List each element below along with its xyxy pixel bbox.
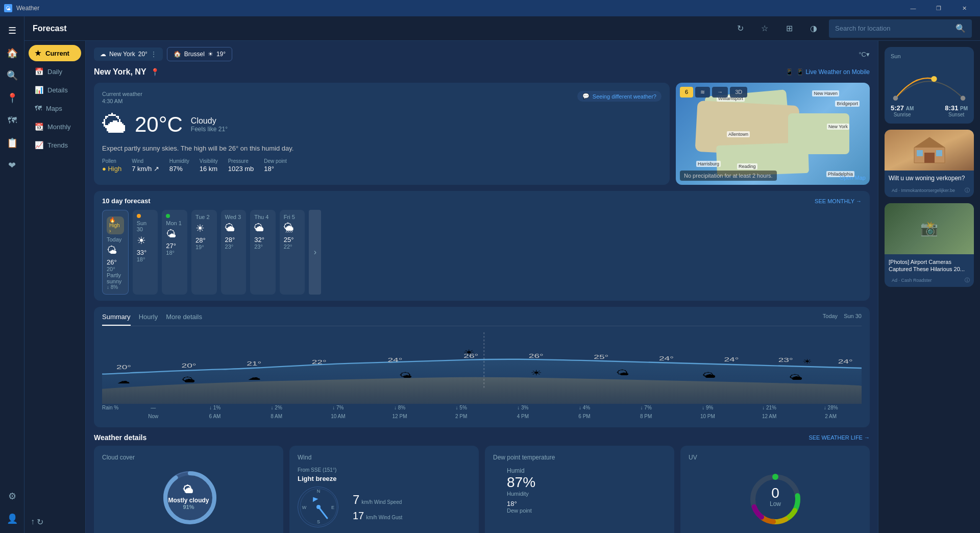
star-button[interactable]: ☆ — [755, 19, 774, 38]
current-summary: Expect partly sunny skies. The high will… — [102, 144, 662, 152]
theme-button[interactable]: ◑ — [804, 19, 823, 38]
sidebar-menu[interactable]: ☰ — [2, 20, 22, 41]
close-button[interactable]: ✕ — [952, 0, 976, 16]
map-ctrl-3d[interactable]: 3D — [730, 87, 747, 98]
time-6am: 6 AM — [184, 414, 246, 419]
tab-summary[interactable]: Summary — [102, 313, 131, 326]
sidebar-home[interactable]: 🏠 — [2, 43, 22, 63]
brussel-name: Brussel — [184, 51, 205, 58]
sun30-label: Sun 30 — [137, 220, 154, 232]
sun30-dot — [137, 214, 141, 218]
svg-rect-43 — [936, 150, 942, 156]
current-label: Current weather — [102, 91, 142, 97]
sidebar-news[interactable]: 📋 — [2, 133, 22, 153]
forecast-day-sun30[interactable]: Sun 30 ☀ 33° 18° — [133, 210, 158, 295]
forecast-day-today[interactable]: 🔥 High › Today 🌤 26° 20° Partly sunny ↓ … — [102, 210, 129, 295]
stat-humidity: Humidity 87% — [169, 158, 189, 173]
temp-unit-toggle[interactable]: °C▾ — [859, 51, 870, 58]
sidebar-location[interactable]: 📍 — [2, 88, 22, 108]
nav-maps[interactable]: 🗺 Maps — [29, 100, 81, 116]
sidebar-settings[interactable]: ⚙ — [2, 486, 22, 506]
mon1-icon: 🌤 — [166, 228, 183, 240]
humidity-big: 87% — [507, 474, 535, 491]
forecast-day-fri5[interactable]: Fri 5 🌦 25° 22° — [280, 210, 305, 295]
fri5-label: Fri 5 — [284, 214, 301, 220]
search-input[interactable] — [835, 25, 951, 32]
forecast-day-thu4[interactable]: Thu 4 🌥 32° 23° — [250, 210, 276, 295]
temperature-chart: ☀ ☀ ☁ 🌥 ☁ 🌤 ☀ 🌤 🌥 🌥 — [102, 332, 862, 404]
see-monthly-button[interactable]: SEE MONTHLY → — [815, 198, 862, 204]
svg-text:24°: 24° — [659, 355, 674, 361]
house-ad-close-icon[interactable]: ⓘ — [965, 187, 970, 194]
see-weather-life-button[interactable]: SEE WEATHER LIFE → — [808, 434, 870, 441]
wind-speed-unit: km/h Wind Speed — [361, 499, 402, 505]
sidebar-map[interactable]: 🗺 — [2, 110, 22, 131]
monthly-icon: 📆 — [35, 123, 43, 131]
sidebar-favorites[interactable]: ❤ — [2, 155, 22, 176]
newyork-more-icon[interactable]: ⋮ — [151, 51, 157, 58]
location-tab-newyork[interactable]: ☁ New York 20° ⋮ — [94, 47, 163, 61]
map-background[interactable]: Williamsport New Haven Bridgeport New Yo… — [676, 83, 870, 185]
dew-point-card-title: Dew point temperature — [493, 454, 666, 461]
forecast-scroll-right[interactable]: › — [309, 210, 321, 295]
time-6pm: 6 PM — [554, 414, 616, 419]
time-4pm: 4 PM — [492, 414, 554, 419]
map-open-button[interactable]: Open Map — [840, 175, 866, 181]
house-ad-image — [885, 130, 974, 171]
mon1-label: Mon 1 — [166, 220, 183, 226]
map-widget: 6 ≋ → 3D Williamsport New Hav — [676, 83, 870, 185]
nav-monthly-label: Monthly — [47, 123, 71, 131]
search-icon: 🔍 — [955, 23, 966, 33]
svg-text:24°: 24° — [387, 357, 402, 364]
sun-card-title: Sun — [891, 53, 968, 59]
sidebar-search[interactable]: 🔍 — [2, 65, 22, 86]
house-ad-text: Wilt u uw woning verkopen? — [885, 171, 974, 187]
location-tab-brussel[interactable]: 🏠 Brussel ☀ 19° — [167, 47, 232, 61]
app-title: Weather — [16, 5, 897, 12]
svg-text:26°: 26° — [463, 353, 478, 359]
live-mobile-button[interactable]: 📱 📱 Live Weather on Mobile — [786, 68, 870, 76]
tab-more-details[interactable]: More details — [166, 313, 202, 326]
rain-8pm: ↓ 7% — [615, 405, 677, 410]
sidebar-profile[interactable]: 👤 — [2, 508, 22, 529]
weather-details-section: Weather details SEE WEATHER LIFE → Cloud… — [94, 433, 870, 533]
nav-daily[interactable]: 📅 Daily — [29, 63, 81, 80]
photo-ad-card: 📸 [Photos] Airport Cameras Captured Thes… — [885, 203, 974, 287]
forecast-day-tue2[interactable]: Tue 2 ☀ 28° 19° — [191, 210, 217, 295]
forecast-title: 10 day forecast — [102, 197, 151, 205]
nav-up-button[interactable]: ↑ — [31, 517, 35, 527]
map-ctrl-wave[interactable]: ≋ — [695, 87, 710, 98]
rain-6am: ↓ 1% — [184, 405, 246, 410]
map-ctrl-arrow[interactable]: → — [712, 87, 728, 98]
search-box[interactable]: 🔍 — [829, 19, 972, 38]
svg-text:S: S — [317, 519, 320, 524]
tue2-high: 28° — [195, 236, 213, 244]
svg-text:23°: 23° — [778, 357, 793, 364]
seeing-diff-button[interactable]: 💬 Seeing different weather? — [577, 91, 662, 102]
nav-current[interactable]: ★ Current — [29, 45, 81, 61]
nav-details[interactable]: 📊 Details — [29, 82, 81, 98]
live-mobile-text: 📱 Live Weather on Mobile — [796, 68, 870, 76]
svg-text:Low: Low — [769, 500, 780, 507]
nav-monthly[interactable]: 📆 Monthly — [29, 118, 81, 135]
current-weather-row: Current weather 4:30 AM 💬 Seeing differe… — [94, 83, 870, 185]
refresh-button[interactable]: ↻ — [731, 19, 749, 38]
nav-trends[interactable]: 📈 Trends — [29, 137, 81, 153]
current-desc: Cloudy — [191, 116, 228, 126]
forecast-day-mon1[interactable]: Mon 1 🌤 27° 18° — [162, 210, 187, 295]
maximize-button[interactable]: ❐ — [927, 0, 950, 16]
minimize-button[interactable]: — — [901, 0, 925, 16]
rain-2am: ↓ 28% — [800, 405, 862, 410]
uv-visual: 0 Low — [689, 467, 862, 531]
layout-button[interactable]: ⊞ — [780, 19, 798, 38]
nav-refresh-button[interactable]: ↻ — [37, 517, 43, 527]
tab-hourly[interactable]: Hourly — [139, 313, 158, 326]
map-ctrl-6[interactable]: 6 — [680, 87, 693, 98]
city-pin-icon[interactable]: 📍 — [151, 68, 159, 76]
svg-text:🌥: 🌥 — [789, 373, 803, 381]
forecast-day-wed3[interactable]: Wed 3 🌥 28° 23° — [221, 210, 247, 295]
details-header: Weather details SEE WEATHER LIFE → — [94, 433, 870, 442]
photo-ad-image: 📸 — [885, 203, 974, 254]
dew-bars — [493, 473, 501, 508]
photo-ad-close-icon[interactable]: ⓘ — [965, 277, 970, 284]
